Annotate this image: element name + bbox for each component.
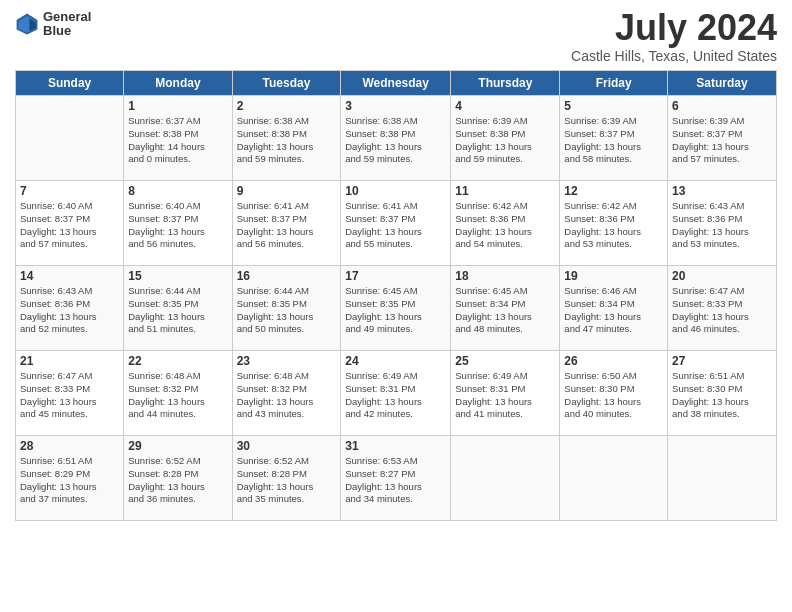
day-number: 27 [672,354,772,368]
day-number: 2 [237,99,337,113]
day-info: Sunrise: 6:44 AM Sunset: 8:35 PM Dayligh… [237,285,337,336]
day-number: 3 [345,99,446,113]
day-number: 15 [128,269,227,283]
day-info: Sunrise: 6:42 AM Sunset: 8:36 PM Dayligh… [455,200,555,251]
calendar-week-4: 21Sunrise: 6:47 AM Sunset: 8:33 PM Dayli… [16,351,777,436]
calendar-cell: 13Sunrise: 6:43 AM Sunset: 8:36 PM Dayli… [668,181,777,266]
day-info: Sunrise: 6:41 AM Sunset: 8:37 PM Dayligh… [345,200,446,251]
day-header-monday: Monday [124,71,232,96]
logo-icon [15,12,39,36]
calendar-cell [451,436,560,521]
day-info: Sunrise: 6:38 AM Sunset: 8:38 PM Dayligh… [237,115,337,166]
calendar-cell: 27Sunrise: 6:51 AM Sunset: 8:30 PM Dayli… [668,351,777,436]
day-info: Sunrise: 6:41 AM Sunset: 8:37 PM Dayligh… [237,200,337,251]
calendar-cell: 31Sunrise: 6:53 AM Sunset: 8:27 PM Dayli… [341,436,451,521]
day-info: Sunrise: 6:47 AM Sunset: 8:33 PM Dayligh… [20,370,119,421]
day-info: Sunrise: 6:43 AM Sunset: 8:36 PM Dayligh… [20,285,119,336]
day-info: Sunrise: 6:47 AM Sunset: 8:33 PM Dayligh… [672,285,772,336]
day-number: 21 [20,354,119,368]
calendar-cell: 9Sunrise: 6:41 AM Sunset: 8:37 PM Daylig… [232,181,341,266]
day-number: 9 [237,184,337,198]
day-header-friday: Friday [560,71,668,96]
calendar-cell: 19Sunrise: 6:46 AM Sunset: 8:34 PM Dayli… [560,266,668,351]
calendar-cell: 20Sunrise: 6:47 AM Sunset: 8:33 PM Dayli… [668,266,777,351]
day-number: 19 [564,269,663,283]
day-info: Sunrise: 6:46 AM Sunset: 8:34 PM Dayligh… [564,285,663,336]
calendar-cell: 3Sunrise: 6:38 AM Sunset: 8:38 PM Daylig… [341,96,451,181]
day-number: 10 [345,184,446,198]
calendar-cell [668,436,777,521]
calendar-cell: 6Sunrise: 6:39 AM Sunset: 8:37 PM Daylig… [668,96,777,181]
day-number: 5 [564,99,663,113]
day-number: 7 [20,184,119,198]
day-number: 1 [128,99,227,113]
calendar-week-5: 28Sunrise: 6:51 AM Sunset: 8:29 PM Dayli… [16,436,777,521]
subtitle: Castle Hills, Texas, United States [571,48,777,64]
calendar-cell: 2Sunrise: 6:38 AM Sunset: 8:38 PM Daylig… [232,96,341,181]
day-info: Sunrise: 6:49 AM Sunset: 8:31 PM Dayligh… [455,370,555,421]
day-info: Sunrise: 6:40 AM Sunset: 8:37 PM Dayligh… [20,200,119,251]
day-number: 14 [20,269,119,283]
day-number: 28 [20,439,119,453]
day-number: 26 [564,354,663,368]
calendar-cell: 1Sunrise: 6:37 AM Sunset: 8:38 PM Daylig… [124,96,232,181]
day-number: 30 [237,439,337,453]
calendar-week-2: 7Sunrise: 6:40 AM Sunset: 8:37 PM Daylig… [16,181,777,266]
day-number: 13 [672,184,772,198]
day-number: 4 [455,99,555,113]
day-info: Sunrise: 6:48 AM Sunset: 8:32 PM Dayligh… [128,370,227,421]
calendar-cell: 8Sunrise: 6:40 AM Sunset: 8:37 PM Daylig… [124,181,232,266]
logo-text: General Blue [43,10,91,39]
day-number: 12 [564,184,663,198]
day-number: 22 [128,354,227,368]
day-info: Sunrise: 6:50 AM Sunset: 8:30 PM Dayligh… [564,370,663,421]
header: General Blue July 2024 Castle Hills, Tex… [15,10,777,64]
day-number: 16 [237,269,337,283]
calendar-cell: 22Sunrise: 6:48 AM Sunset: 8:32 PM Dayli… [124,351,232,436]
calendar-cell: 16Sunrise: 6:44 AM Sunset: 8:35 PM Dayli… [232,266,341,351]
day-header-sunday: Sunday [16,71,124,96]
calendar-week-1: 1Sunrise: 6:37 AM Sunset: 8:38 PM Daylig… [16,96,777,181]
calendar-cell: 30Sunrise: 6:52 AM Sunset: 8:28 PM Dayli… [232,436,341,521]
day-number: 11 [455,184,555,198]
calendar-cell: 28Sunrise: 6:51 AM Sunset: 8:29 PM Dayli… [16,436,124,521]
day-info: Sunrise: 6:37 AM Sunset: 8:38 PM Dayligh… [128,115,227,166]
calendar-table: SundayMondayTuesdayWednesdayThursdayFrid… [15,70,777,521]
day-info: Sunrise: 6:38 AM Sunset: 8:38 PM Dayligh… [345,115,446,166]
day-info: Sunrise: 6:44 AM Sunset: 8:35 PM Dayligh… [128,285,227,336]
logo: General Blue [15,10,91,39]
main-title: July 2024 [571,10,777,46]
calendar-header-row: SundayMondayTuesdayWednesdayThursdayFrid… [16,71,777,96]
day-number: 29 [128,439,227,453]
logo-line1: General [43,10,91,24]
day-info: Sunrise: 6:49 AM Sunset: 8:31 PM Dayligh… [345,370,446,421]
day-number: 24 [345,354,446,368]
calendar-cell: 23Sunrise: 6:48 AM Sunset: 8:32 PM Dayli… [232,351,341,436]
calendar-cell: 18Sunrise: 6:45 AM Sunset: 8:34 PM Dayli… [451,266,560,351]
calendar-cell [16,96,124,181]
day-info: Sunrise: 6:40 AM Sunset: 8:37 PM Dayligh… [128,200,227,251]
day-header-thursday: Thursday [451,71,560,96]
calendar-week-3: 14Sunrise: 6:43 AM Sunset: 8:36 PM Dayli… [16,266,777,351]
calendar-cell: 15Sunrise: 6:44 AM Sunset: 8:35 PM Dayli… [124,266,232,351]
calendar-cell: 5Sunrise: 6:39 AM Sunset: 8:37 PM Daylig… [560,96,668,181]
day-header-tuesday: Tuesday [232,71,341,96]
calendar-cell: 10Sunrise: 6:41 AM Sunset: 8:37 PM Dayli… [341,181,451,266]
day-info: Sunrise: 6:42 AM Sunset: 8:36 PM Dayligh… [564,200,663,251]
day-info: Sunrise: 6:52 AM Sunset: 8:28 PM Dayligh… [128,455,227,506]
calendar-cell: 4Sunrise: 6:39 AM Sunset: 8:38 PM Daylig… [451,96,560,181]
title-section: July 2024 Castle Hills, Texas, United St… [571,10,777,64]
day-number: 20 [672,269,772,283]
day-number: 31 [345,439,446,453]
day-info: Sunrise: 6:53 AM Sunset: 8:27 PM Dayligh… [345,455,446,506]
page: General Blue July 2024 Castle Hills, Tex… [0,0,792,612]
calendar-cell: 21Sunrise: 6:47 AM Sunset: 8:33 PM Dayli… [16,351,124,436]
calendar-cell [560,436,668,521]
calendar-cell: 11Sunrise: 6:42 AM Sunset: 8:36 PM Dayli… [451,181,560,266]
calendar-cell: 24Sunrise: 6:49 AM Sunset: 8:31 PM Dayli… [341,351,451,436]
day-number: 18 [455,269,555,283]
logo-line2: Blue [43,24,91,38]
day-info: Sunrise: 6:39 AM Sunset: 8:38 PM Dayligh… [455,115,555,166]
day-info: Sunrise: 6:43 AM Sunset: 8:36 PM Dayligh… [672,200,772,251]
day-number: 17 [345,269,446,283]
